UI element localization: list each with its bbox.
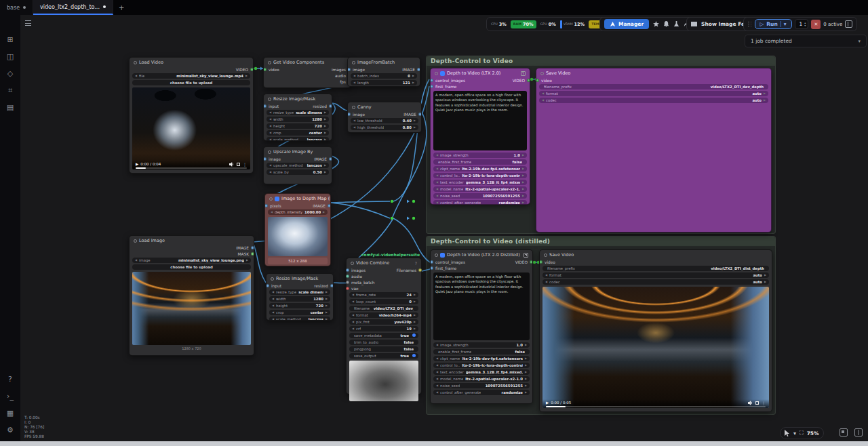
node-title[interactable]: Image to Depth Map (Lotus) xyxy=(265,194,330,203)
increment-icon[interactable]: ▶ xyxy=(525,343,527,346)
widget-ckpt_name[interactable]: ◀ckpt_nameltx-2-19b-dev-fp4.safetensors▶ xyxy=(433,356,530,361)
increment-icon[interactable]: ▶ xyxy=(414,327,416,330)
widget-filename_[interactable]: filename_video/LTX2_DTI_dev_depth_ctrl xyxy=(349,306,418,311)
node-title[interactable]: Get Video Components xyxy=(264,58,351,66)
increment-icon[interactable]: ▶ xyxy=(764,92,766,95)
settings-gear-icon[interactable]: ⚙ xyxy=(5,424,16,435)
increment-icon[interactable]: ▶ xyxy=(525,384,527,387)
collapse-dot-icon[interactable] xyxy=(271,277,274,281)
canny-node[interactable]: CannyimageIMAGE◀low_threshold0.40▶◀high_… xyxy=(347,102,422,133)
terminal-icon[interactable]: ›_ xyxy=(5,390,16,401)
increment-icon[interactable]: ▶ xyxy=(326,290,328,293)
decrement-icon[interactable]: ◀ xyxy=(436,370,438,373)
node-title[interactable]: ImageFromBatch xyxy=(348,58,420,66)
run-options-chevron-icon[interactable]: ▾ xyxy=(784,21,787,27)
widget-height[interactable]: ◀height720▶ xyxy=(269,303,330,308)
widget-high_threshold[interactable]: ◀high_threshold0.80▶ xyxy=(351,125,418,130)
decrement-icon[interactable]: ◀ xyxy=(353,81,355,84)
increment-icon[interactable]: ▶ xyxy=(522,174,524,177)
input-port-first_frame[interactable] xyxy=(430,85,433,88)
video-scrubber[interactable] xyxy=(136,167,247,169)
templates-icon[interactable]: ▦ xyxy=(5,407,16,418)
decrement-icon[interactable]: ◀ xyxy=(353,74,355,77)
decrement-icon[interactable]: ◀ xyxy=(436,167,438,170)
input-port-audio[interactable] xyxy=(346,275,349,278)
increment-icon[interactable]: ▶ xyxy=(412,81,414,84)
input-port-video[interactable] xyxy=(263,68,267,71)
video-preview[interactable]: ▶0:00 / 0:04⋮ xyxy=(132,87,250,169)
widget-enable_first_frame[interactable]: enable_first_framefalse xyxy=(433,349,530,354)
get-video-components-node[interactable]: Get Video Componentsvideoimagesaudiofps xyxy=(263,57,351,88)
collapse-dot-icon[interactable] xyxy=(351,262,354,265)
collapse-dot-icon[interactable] xyxy=(540,72,544,75)
increment-icon[interactable]: ▶ xyxy=(525,357,527,360)
increment-icon[interactable]: ▶ xyxy=(324,124,326,127)
widget-frame_rate[interactable]: ◀frame_rate24▶ xyxy=(349,292,418,298)
decrement-icon[interactable]: ◀ xyxy=(436,153,438,157)
collapse-dot-icon[interactable] xyxy=(134,61,137,64)
output-port-Filenames[interactable] xyxy=(418,268,422,272)
play-icon[interactable]: ▶ xyxy=(546,401,549,405)
increment-icon[interactable]: ▶ xyxy=(525,390,527,394)
select-tool-icon[interactable] xyxy=(785,430,790,437)
increment-icon[interactable]: ▶ xyxy=(323,210,325,214)
decrement-icon[interactable]: ◀ xyxy=(269,110,271,114)
fullscreen-icon[interactable] xyxy=(237,163,240,166)
increment-icon[interactable]: ▶ xyxy=(764,273,766,277)
save-video-bypassed-node[interactable]: Save Videovideofilename_prefixvideo/LTX2… xyxy=(536,68,772,232)
collapse-dot-icon[interactable] xyxy=(544,254,547,257)
node-title[interactable]: Upscale Image By xyxy=(264,147,332,156)
collapse-dot-icon[interactable] xyxy=(435,254,438,257)
decrement-icon[interactable]: ◀ xyxy=(353,125,355,129)
decrement-icon[interactable]: ◀ xyxy=(352,300,354,303)
output-port-VIDEO[interactable] xyxy=(530,260,533,264)
fullscreen-icon[interactable] xyxy=(755,401,759,405)
video-scrubber[interactable] xyxy=(546,406,766,407)
decrement-icon[interactable]: ◀ xyxy=(269,131,271,134)
workflow-menu-icon[interactable] xyxy=(25,20,31,26)
widget-scale_by[interactable]: ◀scale_by0.50▶ xyxy=(267,169,329,175)
increment-icon[interactable]: ▶ xyxy=(324,131,326,134)
fit-view-icon[interactable]: ⛶ xyxy=(800,430,804,437)
increment-icon[interactable]: ▶ xyxy=(414,125,416,129)
volume-icon[interactable] xyxy=(748,401,753,405)
increment-icon[interactable]: ▶ xyxy=(522,180,524,184)
decrement-icon[interactable]: ◀ xyxy=(272,310,274,314)
decrement-icon[interactable]: ◀ xyxy=(545,280,547,283)
widget-loop_count[interactable]: ◀loop_count0▶ xyxy=(349,299,418,304)
decrement-icon[interactable]: ◀ xyxy=(269,124,271,127)
decrement-icon[interactable]: ◀ xyxy=(269,170,271,174)
output-port-IMAGE[interactable] xyxy=(418,113,422,116)
increment-icon[interactable]: ▶ xyxy=(324,138,326,141)
increment-icon[interactable]: ▶ xyxy=(246,258,248,262)
video-preview[interactable]: ▶0:00 / 0:05⋮ xyxy=(542,287,769,408)
widget-crf[interactable]: ◀crf19▶ xyxy=(349,326,418,331)
increment-icon[interactable]: ▶ xyxy=(522,153,524,157)
decrement-icon[interactable]: ◀ xyxy=(436,357,438,360)
widget-crop[interactable]: ◀cropcenter▶ xyxy=(267,130,329,136)
job-queue-dropdown[interactable]: 1 job completed ▾ xyxy=(745,35,867,47)
upscale-image-by-node[interactable]: Upscale Image ByimageIMAGE◀upscale_metho… xyxy=(263,146,332,184)
increment-icon[interactable]: ▶ xyxy=(324,110,326,114)
depth-to-video-distilled-node[interactable]: Depth to Video (LTX 2.0 Distilled)contro… xyxy=(430,249,533,404)
decrement-icon[interactable]: ◀ xyxy=(272,297,274,300)
input-port-image[interactable] xyxy=(347,68,351,71)
increment-icon[interactable]: ▶ xyxy=(414,313,416,317)
decrement-icon[interactable]: ◀ xyxy=(436,363,438,367)
widget-width[interactable]: ◀width1280▶ xyxy=(269,296,330,302)
image-from-batch-node[interactable]: ImageFromBatchimageIMAGE◀batch_index0▶◀l… xyxy=(347,57,420,87)
output-port-IMAGE[interactable] xyxy=(417,68,420,71)
more-options-icon[interactable]: ⋮ xyxy=(243,162,247,167)
node-title[interactable]: Load Video xyxy=(130,58,253,66)
widget-length[interactable]: ◀length121▶ xyxy=(351,80,417,85)
prompt-textarea[interactable]: A modern, open office space on a high fl… xyxy=(433,91,527,150)
load-video-node[interactable]: Load VideoVIDEO◀fileminimalist_sky_view_… xyxy=(129,57,254,174)
widget-upscale_method[interactable]: ◀upscale_methodlanczos▶ xyxy=(267,163,329,168)
tool-chevron-icon[interactable]: ▾ xyxy=(793,430,796,437)
input-port-images[interactable] xyxy=(346,268,349,272)
prompt-textarea[interactable]: A modern, open office space on a high fl… xyxy=(433,272,530,340)
collapse-dot-icon[interactable] xyxy=(268,98,271,101)
widget-scale_method[interactable]: ◀scale_methodlanczos▶ xyxy=(269,317,330,321)
decrement-icon[interactable]: ◀ xyxy=(436,187,438,190)
flask-icon[interactable] xyxy=(673,21,679,27)
